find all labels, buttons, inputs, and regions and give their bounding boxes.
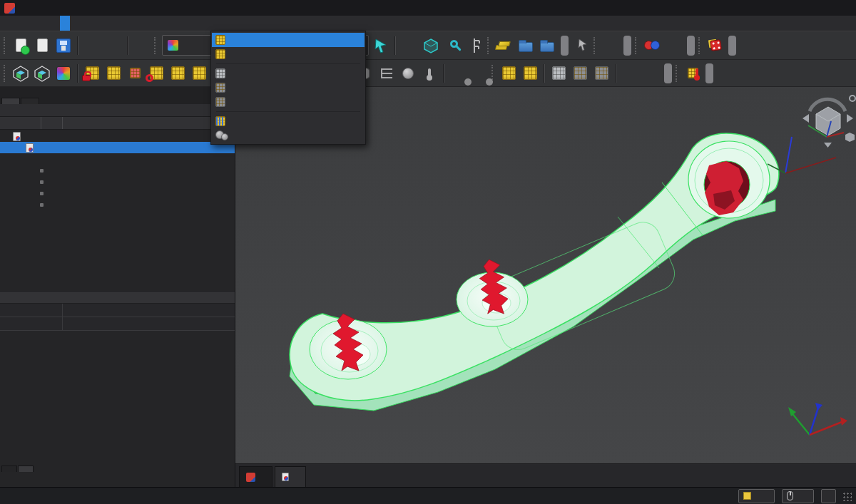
toolbar-expander[interactable] <box>561 36 569 56</box>
menu-mesh[interactable] <box>60 16 70 31</box>
fluid-annotation-button[interactable] <box>663 35 685 56</box>
toolbar-expander[interactable] <box>687 36 695 56</box>
property-value[interactable] <box>63 304 235 317</box>
tab-start-page[interactable] <box>239 466 272 487</box>
constraint-bearing-button[interactable] <box>146 63 167 84</box>
folder-button[interactable] <box>515 35 536 56</box>
menu-item-gmsh-mesh[interactable] <box>212 47 365 61</box>
tree-row-material-solid[interactable] <box>0 187 235 199</box>
zoom-button[interactable] <box>442 35 464 56</box>
constraint-displacement-button[interactable] <box>124 63 146 84</box>
resize-grip[interactable] <box>842 491 852 501</box>
toolbar-grip[interactable] <box>154 37 158 54</box>
toolbar-expander[interactable] <box>728 36 736 56</box>
property-group-base[interactable] <box>0 292 235 304</box>
export-button[interactable] <box>536 35 558 56</box>
toolbar-grip[interactable] <box>487 37 491 54</box>
tree-row-constraint-fixed[interactable] <box>0 165 235 176</box>
grid-size-selector[interactable] <box>738 489 775 503</box>
text-annotation-button[interactable] <box>600 35 621 56</box>
constraint-pulley-button[interactable] <box>167 63 188 84</box>
analysis-delete-button[interactable] <box>31 63 53 84</box>
mesh-boundary-button[interactable] <box>548 63 569 84</box>
undo-button[interactable] <box>81 35 103 56</box>
fem-toolbar-button[interactable] <box>188 63 210 84</box>
maximize-button[interactable] <box>792 0 822 16</box>
dice-tool-button[interactable] <box>705 35 726 56</box>
toolbar-expander[interactable] <box>664 63 672 83</box>
toolbar-expander[interactable] <box>623 36 631 56</box>
close-button[interactable] <box>822 0 852 16</box>
toolbar-grip[interactable] <box>593 37 597 54</box>
save-button[interactable] <box>53 35 74 56</box>
menu-help[interactable] <box>110 16 120 31</box>
menu-model[interactable] <box>50 16 60 31</box>
solver-settings-button[interactable] <box>447 63 469 84</box>
tab-data[interactable] <box>18 466 34 472</box>
toolbar-grip[interactable] <box>635 37 638 54</box>
toolbar-expander[interactable] <box>705 63 713 83</box>
menu-view[interactable] <box>20 16 30 31</box>
toolbar-grip[interactable] <box>4 37 7 54</box>
tree-row-constraint-force[interactable] <box>0 176 235 187</box>
tree-row-document[interactable] <box>0 130 235 142</box>
tree-row-analysis[interactable] <box>0 153 235 165</box>
measure-button[interactable] <box>464 35 486 56</box>
menu-windows[interactable] <box>100 16 110 31</box>
constraint-force-button[interactable] <box>103 63 124 84</box>
property-row-placement[interactable] <box>0 304 235 317</box>
constraint-toggle-button[interactable] <box>641 35 663 56</box>
whats-this-button[interactable] <box>571 35 592 56</box>
column-internal-name[interactable] <box>63 117 235 129</box>
mesh-convert-button[interactable] <box>619 63 641 84</box>
property-row-label[interactable] <box>0 317 235 331</box>
menu-item-netgen-mesh[interactable] <box>212 33 365 47</box>
view-cube-button[interactable] <box>420 35 442 56</box>
menu-utilities[interactable] <box>90 16 100 31</box>
navigation-style-selector[interactable] <box>782 489 814 503</box>
toolbar-grip[interactable] <box>698 37 702 54</box>
part-button[interactable] <box>494 35 515 56</box>
mesh-group-button[interactable] <box>591 63 612 84</box>
netgen-mesh-button[interactable] <box>498 63 519 84</box>
menu-item-boundary-layer[interactable] <box>212 66 365 81</box>
column-description[interactable] <box>41 117 63 129</box>
property-value[interactable] <box>63 317 235 330</box>
mesh-refine-button[interactable] <box>569 63 591 84</box>
open-document-button[interactable] <box>31 35 53 56</box>
tab-untitled-document[interactable] <box>275 466 306 487</box>
boundary-layer-button[interactable] <box>376 63 397 84</box>
menu-results[interactable] <box>80 16 90 31</box>
minimize-button[interactable] <box>762 0 792 16</box>
toolbar-grip[interactable] <box>676 65 679 82</box>
menu-tools[interactable] <box>30 16 40 31</box>
tab-model[interactable] <box>1 98 20 104</box>
menu-item-mesh-group[interactable] <box>212 95 365 109</box>
mesh-thermal-button[interactable] <box>682 63 703 84</box>
toolbar-grip[interactable] <box>4 65 7 82</box>
refresh-button[interactable] <box>131 35 153 56</box>
mesh-result-button[interactable] <box>53 63 74 84</box>
thermal-button[interactable] <box>419 63 440 84</box>
clipping-off-button[interactable] <box>641 63 662 84</box>
tab-tasks[interactable] <box>21 98 39 104</box>
tab-view[interactable] <box>1 466 17 472</box>
menu-item-fem-mesh-to-mesh[interactable] <box>212 128 365 143</box>
constraint-fixed-button[interactable] <box>81 63 103 84</box>
result-sphere-button[interactable] <box>397 63 419 84</box>
stop-button[interactable] <box>399 35 420 56</box>
menu-item-mesh-refinement[interactable] <box>212 81 365 95</box>
select-tool-button[interactable] <box>370 35 392 56</box>
new-document-button[interactable] <box>10 35 31 56</box>
menu-file[interactable] <box>0 16 10 31</box>
dimension-selector[interactable] <box>821 489 836 503</box>
menu-item-delete-elements[interactable] <box>212 114 365 128</box>
solver-run-button[interactable] <box>469 63 490 84</box>
column-label-attr[interactable] <box>0 117 41 129</box>
tree-row-part[interactable] <box>0 142 235 153</box>
analysis-container-button[interactable] <box>10 63 31 84</box>
menu-edit[interactable] <box>10 16 20 31</box>
gmsh-mesh-button[interactable] <box>519 63 541 84</box>
menu-solve[interactable] <box>70 16 80 31</box>
redo-button[interactable] <box>103 35 124 56</box>
